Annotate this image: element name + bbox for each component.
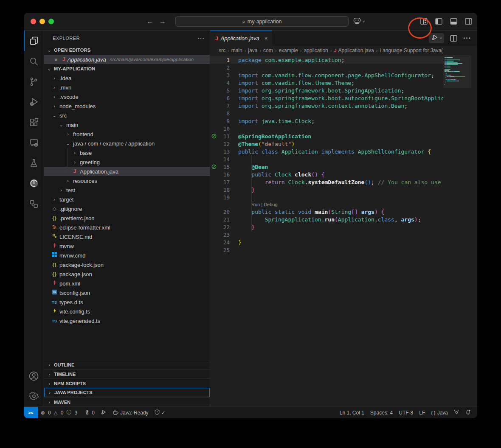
activity-search[interactable] xyxy=(24,51,44,71)
section-java-projects[interactable]: ›JAVA PROJECTS xyxy=(44,388,210,397)
problems-indicator[interactable]: ⊗0 △0 ⓘ3 xyxy=(38,407,82,418)
tree-item-main[interactable]: ⌄main xyxy=(44,120,210,129)
activity-project-manager[interactable] xyxy=(24,193,44,214)
status-language-mode[interactable]: { }Java xyxy=(428,407,451,418)
tree-item-mvnw.cmd[interactable]: mvnw.cmd xyxy=(44,251,210,260)
tree-item-.vscode[interactable]: ›.vscode xyxy=(44,92,210,101)
spring-bean-gutter-icon[interactable] xyxy=(210,134,218,139)
activity-run-debug[interactable] xyxy=(24,92,44,112)
tree-item-resources[interactable]: ›resources xyxy=(44,176,210,185)
nav-back-button[interactable]: ← xyxy=(146,18,153,25)
minimap[interactable] xyxy=(443,55,471,406)
close-window-button[interactable] xyxy=(31,19,36,24)
breadcrumb-item[interactable]: JApplication.java xyxy=(334,48,374,53)
command-center-search[interactable]: ⌕ my-application xyxy=(175,16,349,27)
tree-item-eclipse-formatter.xml[interactable]: eclipse-formatter.xml xyxy=(44,223,210,232)
chevron-down-icon: ˅ xyxy=(363,20,365,24)
code-line-23: 23 xyxy=(210,231,443,238)
status-vaadin[interactable] xyxy=(451,407,462,418)
explorer-sidebar: EXPLORER ··· ⌄ OPEN EDITORS × J Applicat… xyxy=(44,31,210,406)
toggle-primary-sidebar-icon[interactable] xyxy=(435,18,442,25)
tree-item-test[interactable]: ›test xyxy=(44,185,210,195)
tree-item-types.d.ts[interactable]: TStypes.d.ts xyxy=(44,297,210,307)
close-tab-icon[interactable]: × xyxy=(265,35,268,42)
editor-more-actions-icon[interactable]: ··· xyxy=(463,34,471,42)
split-editor-icon[interactable] xyxy=(450,35,457,42)
breadcrumb-item[interactable]: main xyxy=(231,48,242,53)
explorer-more-actions-icon[interactable]: ··· xyxy=(198,35,205,41)
breadcrumb-item[interactable]: com xyxy=(263,48,273,53)
activity-extensions[interactable] xyxy=(24,112,44,132)
workspace-root-section[interactable]: ⌄ MY-APPLICATION xyxy=(44,64,210,73)
java-security-shield[interactable]: ✓ xyxy=(152,407,169,418)
tree-item-node-modules[interactable]: ›node_modules xyxy=(44,101,210,111)
activity-testing[interactable] xyxy=(24,153,44,173)
activity-accounts[interactable] xyxy=(24,366,44,386)
status-cursor-position[interactable]: Ln 1, Col 1 xyxy=(337,407,367,418)
customize-layout-icon[interactable] xyxy=(420,18,428,25)
toggle-panel-icon[interactable] xyxy=(450,18,457,25)
tree-item-.idea[interactable]: ›.idea xyxy=(44,73,210,83)
breadcrumb-item[interactable]: application xyxy=(304,48,328,53)
run-java-button[interactable]: ˅ xyxy=(429,33,444,43)
chevron-right-icon: › xyxy=(46,400,53,405)
open-editors-section[interactable]: ⌄ OPEN EDITORS xyxy=(44,45,210,55)
status-encoding[interactable]: UTF-8 xyxy=(396,407,416,418)
status-eol[interactable]: LF xyxy=(416,407,428,418)
code-editor[interactable]: 1package com.example.application;23impor… xyxy=(210,55,477,406)
code-line-21: 21 SpringApplication.run(Application.cla… xyxy=(210,216,443,223)
breadcrumb-item[interactable]: example xyxy=(279,48,298,53)
tree-item-tsconfig.json[interactable]: tstsconfig.json xyxy=(44,288,210,297)
copilot-button[interactable]: ˅ xyxy=(353,17,365,26)
tree-item-.gitignore[interactable]: ◇.gitignore xyxy=(44,204,210,213)
breadcrumb-item[interactable]: src xyxy=(219,48,225,53)
scrollbar[interactable] xyxy=(471,55,477,406)
remote-indicator[interactable]: >< xyxy=(24,407,38,418)
tree-item-greeting[interactable]: ›greeting xyxy=(44,157,210,167)
toggle-secondary-sidebar-icon[interactable] xyxy=(465,18,472,25)
activity-settings[interactable] xyxy=(24,386,44,406)
tree-item-base[interactable]: ›base xyxy=(44,148,210,157)
section-npm-scripts[interactable]: ›NPM SCRIPTS xyxy=(44,378,210,388)
maximize-window-button[interactable] xyxy=(48,19,54,24)
tree-item-.prettierrc.json[interactable]: { }.prettierrc.json xyxy=(44,213,210,223)
section-outline[interactable]: ›OUTLINE xyxy=(44,360,210,369)
activity-explorer[interactable] xyxy=(24,31,44,51)
tree-item-java-com-example-application[interactable]: ⌄java / com / example / application xyxy=(44,139,210,148)
tree-item-vite.generated.ts[interactable]: TSvite.generated.ts xyxy=(44,316,210,325)
status-indentation[interactable]: Spaces: 4 xyxy=(367,407,396,418)
tree-item-license.md[interactable]: LICENSE.md xyxy=(44,232,210,241)
chevron-right-icon: › xyxy=(51,85,58,90)
tree-item-src[interactable]: ⌄src xyxy=(44,111,210,120)
breadcrumb-item[interactable]: Language Support for Java( xyxy=(380,48,443,53)
open-editor-item[interactable]: × J Application.java src/main/java/com/e… xyxy=(44,55,210,64)
tree-item-pom.xml[interactable]: pom.xml xyxy=(44,279,210,288)
tree-indent-guide xyxy=(67,148,68,176)
tree-item-target[interactable]: ›target xyxy=(44,195,210,204)
tree-item-package-lock.json[interactable]: { }package-lock.json xyxy=(44,260,210,269)
activity-source-control[interactable] xyxy=(24,71,44,92)
breadcrumb-separator: › xyxy=(259,48,261,53)
codelens-run-debug[interactable]: Run | Debug xyxy=(210,201,443,208)
minimize-window-button[interactable] xyxy=(39,19,45,24)
tree-item-mvnw[interactable]: mvnw xyxy=(44,241,210,251)
tree-item-application.java[interactable]: JApplication.java xyxy=(44,167,210,176)
broadcast-tower-icon xyxy=(84,409,90,416)
activity-remote-explorer[interactable] xyxy=(24,132,44,153)
close-icon[interactable]: × xyxy=(54,56,60,63)
section-timeline[interactable]: ›TIMELINE xyxy=(44,369,210,378)
tree-item-package.json[interactable]: { }package.json xyxy=(44,269,210,279)
nav-forward-button[interactable]: → xyxy=(159,18,166,25)
status-notifications[interactable] xyxy=(462,407,474,418)
tab-application-java[interactable]: J Application.java × xyxy=(210,31,272,46)
ports-indicator[interactable]: 0 xyxy=(82,407,98,418)
breadcrumb-item[interactable]: java xyxy=(248,48,257,53)
section-maven[interactable]: ›MAVEN xyxy=(44,397,210,406)
tree-item-frontend[interactable]: ›frontend xyxy=(44,129,210,139)
tree-item-vite.config.ts[interactable]: vite.config.ts xyxy=(44,307,210,316)
run-status-button[interactable] xyxy=(98,407,110,418)
tree-item-.mvn[interactable]: ›.mvn xyxy=(44,83,210,92)
java-status[interactable]: Java: Ready xyxy=(110,407,152,418)
spring-bean-gutter-icon[interactable] xyxy=(210,164,218,169)
activity-spring-boot-dashboard[interactable] xyxy=(24,173,44,193)
